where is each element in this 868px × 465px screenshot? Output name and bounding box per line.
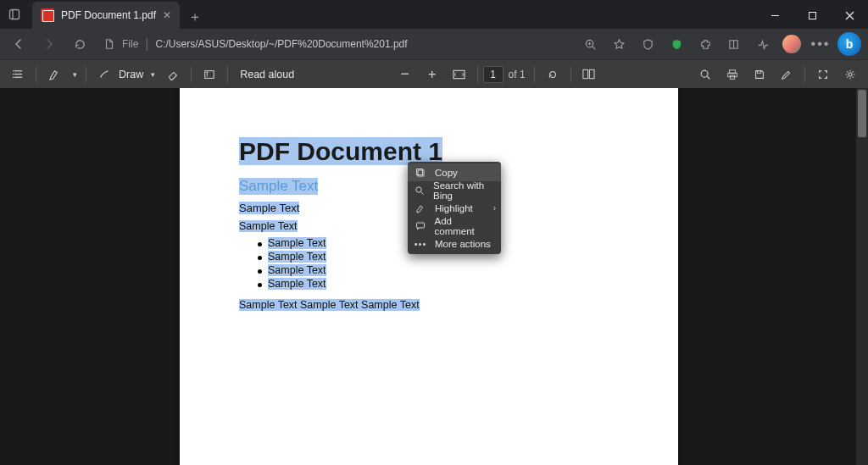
text-tool-icon[interactable]: [197, 62, 222, 87]
ctx-copy[interactable]: Copy: [408, 163, 501, 181]
context-menu: Copy Search with Bing Highlight › Add co…: [408, 162, 501, 254]
svg-point-16: [12, 74, 14, 75]
copy-icon: [415, 167, 426, 179]
scrollbar[interactable]: [856, 88, 868, 465]
highlighter-icon: [415, 202, 426, 214]
zoom-indicator-icon[interactable]: [576, 30, 604, 58]
security-shield-icon[interactable]: [663, 30, 690, 58]
zoom-in-button[interactable]: +: [420, 62, 445, 87]
svg-line-25: [707, 76, 709, 79]
close-tab-icon[interactable]: ✕: [163, 9, 171, 21]
search-icon: [415, 185, 425, 197]
url-field[interactable]: File | C:/Users/ASUS/Desktop/~/PDF%20Doc…: [97, 32, 573, 56]
svg-point-30: [849, 73, 852, 76]
fit-page-icon[interactable]: [447, 62, 472, 87]
ctx-highlight[interactable]: Highlight ›: [408, 199, 501, 217]
pdf-icon: [41, 8, 54, 22]
save-icon[interactable]: [747, 62, 772, 87]
chevron-down-icon[interactable]: ▾: [69, 62, 81, 87]
zoom-out-button[interactable]: −: [392, 62, 418, 87]
more-icon: •••: [415, 238, 426, 250]
svg-point-33: [416, 186, 421, 191]
tab-title: PDF Document 1.pdf: [61, 9, 156, 21]
draw-label[interactable]: Draw: [119, 69, 145, 80]
list-item[interactable]: Sample Text: [239, 277, 619, 291]
svg-rect-0: [10, 10, 19, 19]
ctx-add-comment[interactable]: Add comment: [408, 217, 501, 235]
maximize-button[interactable]: [793, 2, 831, 29]
read-aloud-button[interactable]: Read aloud: [233, 69, 301, 80]
minimize-button[interactable]: [756, 2, 793, 29]
pdf-viewer[interactable]: PDF Document 1 Sample Text Sample Text S…: [0, 88, 868, 465]
page-number-input[interactable]: [483, 66, 504, 83]
tab-actions-button[interactable]: [0, 0, 29, 29]
draw-tool-icon[interactable]: [92, 62, 117, 87]
highlight-tool-icon[interactable]: [42, 62, 67, 87]
print-icon[interactable]: [720, 62, 745, 87]
bing-chat-button[interactable]: b: [836, 30, 863, 58]
doc-subtitle[interactable]: Sample Text: [239, 178, 318, 195]
more-menu-icon[interactable]: •••: [807, 30, 834, 58]
ctx-search-bing[interactable]: Search with Bing: [408, 181, 501, 199]
url-path: C:/Users/ASUS/Desktop/~/PDF%20Document%2…: [156, 38, 408, 50]
edit-icon[interactable]: [774, 62, 799, 87]
svg-line-34: [421, 191, 424, 194]
pdf-page: PDF Document 1 Sample Text Sample Text S…: [180, 88, 678, 465]
file-icon: [103, 38, 115, 50]
window-controls: [756, 2, 868, 29]
svg-rect-23: [590, 69, 595, 78]
page-view-icon[interactable]: [576, 62, 602, 87]
rotate-icon[interactable]: [540, 62, 565, 87]
profile-avatar[interactable]: [778, 30, 805, 58]
svg-point-17: [12, 77, 14, 79]
svg-rect-3: [809, 12, 815, 19]
doc-line[interactable]: Sample Text: [239, 220, 298, 232]
favorite-button[interactable]: [605, 30, 632, 58]
close-window-button[interactable]: [831, 2, 868, 29]
svg-rect-29: [757, 70, 760, 73]
url-scheme: File: [122, 38, 138, 50]
fullscreen-icon[interactable]: [810, 62, 836, 87]
svg-rect-35: [416, 223, 424, 228]
performance-icon[interactable]: [749, 30, 776, 58]
browser-tab[interactable]: PDF Document 1.pdf ✕: [32, 2, 180, 29]
doc-footer-line[interactable]: Sample Text Sample Text Sample Text: [239, 299, 420, 311]
scrollbar-thumb[interactable]: [858, 90, 866, 137]
svg-point-15: [12, 70, 14, 72]
svg-rect-22: [583, 69, 588, 78]
refresh-button[interactable]: [66, 30, 93, 58]
back-button[interactable]: [5, 30, 32, 58]
tracking-shield-icon[interactable]: [634, 30, 661, 58]
contents-icon[interactable]: [5, 62, 31, 87]
chevron-down-icon[interactable]: ▾: [147, 62, 159, 87]
address-bar: File | C:/Users/ASUS/Desktop/~/PDF%20Doc…: [0, 29, 868, 59]
doc-line[interactable]: Sample Text: [239, 202, 299, 214]
pdf-toolbar: ▾ Draw ▾ Read aloud − + of 1: [0, 59, 868, 88]
settings-icon[interactable]: [837, 62, 863, 87]
svg-rect-26: [730, 69, 736, 73]
title-bar: PDF Document 1.pdf ✕ ＋: [0, 0, 868, 29]
find-icon[interactable]: [693, 62, 718, 87]
comment-icon: [415, 220, 426, 232]
erase-tool-icon[interactable]: [160, 62, 186, 87]
forward-button: [36, 30, 63, 58]
ctx-more-actions[interactable]: ••• More actions: [408, 235, 501, 252]
page-count-label: of 1: [509, 69, 526, 80]
svg-rect-21: [453, 70, 465, 78]
svg-point-24: [701, 70, 708, 77]
svg-line-7: [592, 46, 594, 48]
list-item[interactable]: Sample Text: [239, 263, 619, 277]
new-tab-button[interactable]: ＋: [183, 5, 207, 29]
collections-icon[interactable]: [721, 30, 748, 58]
chevron-right-icon: ›: [493, 203, 496, 213]
extensions-icon[interactable]: [692, 30, 719, 58]
